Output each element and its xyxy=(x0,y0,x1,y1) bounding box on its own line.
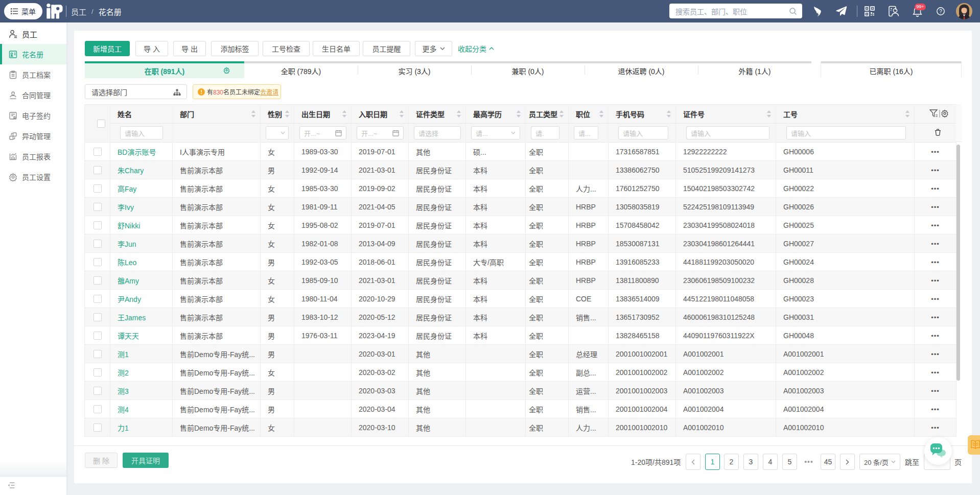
svg-text:?: ? xyxy=(939,9,942,14)
